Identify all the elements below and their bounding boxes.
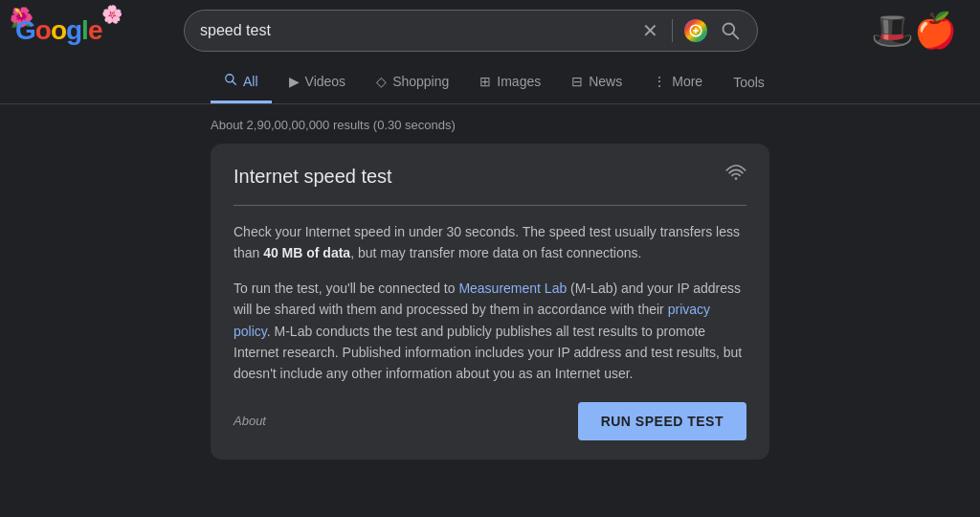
- tab-more[interactable]: ⋮ More: [639, 62, 716, 103]
- search-button[interactable]: [719, 19, 742, 42]
- google-lens-icon[interactable]: [684, 19, 707, 42]
- data-bold: 40 MB of data: [263, 245, 350, 260]
- doodle-hat-icon: 🎩🍎: [871, 11, 957, 51]
- card-note: To run the test, you'll be connected to …: [234, 278, 746, 385]
- header: 🌺 Google 🌸 speed test ✕: [0, 0, 980, 61]
- tab-news-label: News: [589, 74, 622, 89]
- results-count: About 2,90,00,00,000 results (0.30 secon…: [211, 118, 769, 132]
- tab-all[interactable]: All: [211, 61, 272, 103]
- tab-news[interactable]: ⊟ News: [558, 62, 635, 103]
- card-footer: About RUN SPEED TEST: [234, 402, 746, 440]
- tab-images[interactable]: ⊞ Images: [466, 62, 554, 103]
- search-input[interactable]: speed test: [200, 22, 633, 39]
- doodle-flower-right-icon: 🌸: [101, 4, 122, 25]
- clear-button[interactable]: ✕: [640, 17, 660, 44]
- header-right: 🎩🍎: [871, 11, 965, 51]
- run-speed-test-button[interactable]: RUN SPEED TEST: [578, 402, 746, 440]
- wifi-icon: [725, 163, 746, 190]
- tab-videos[interactable]: ▶ Videos: [276, 62, 360, 103]
- divider: [672, 19, 673, 42]
- nav-tabs: All ▶ Videos ◇ Shopping ⊞ Images ⊟ News …: [0, 61, 980, 104]
- tab-all-label: All: [243, 74, 258, 89]
- search-box[interactable]: speed test ✕: [184, 10, 758, 52]
- svg-line-2: [733, 34, 738, 38]
- images-tab-icon: ⊞: [479, 74, 491, 89]
- tab-shopping-label: Shopping: [392, 74, 449, 89]
- card-title: Internet speed test: [234, 166, 392, 188]
- about-text: About: [234, 414, 266, 428]
- news-tab-icon: ⊟: [571, 74, 583, 89]
- more-tab-icon: ⋮: [653, 74, 666, 89]
- card-body-text: Check your Internet speed in under 30 se…: [234, 221, 746, 264]
- tools-button[interactable]: Tools: [720, 63, 778, 101]
- search-icons: ✕: [640, 17, 742, 44]
- speed-test-card: Internet speed test Check your Internet …: [211, 144, 769, 460]
- svg-point-5: [735, 177, 738, 180]
- tab-videos-label: Videos: [305, 74, 346, 89]
- logo-area: 🌺 Google 🌸: [15, 15, 168, 46]
- tab-shopping[interactable]: ◇ Shopping: [363, 62, 462, 103]
- shopping-tab-icon: ◇: [376, 74, 387, 89]
- measurement-lab-link[interactable]: Measurement Lab: [458, 281, 567, 296]
- tab-images-label: Images: [497, 74, 541, 89]
- svg-line-4: [233, 81, 235, 84]
- results-area: About 2,90,00,00,000 results (0.30 secon…: [0, 104, 980, 467]
- card-header: Internet speed test: [234, 163, 746, 190]
- card-divider: [234, 205, 746, 206]
- video-tab-icon: ▶: [289, 74, 300, 89]
- google-logo: Google: [15, 15, 101, 45]
- search-tab-icon: [224, 73, 237, 89]
- tab-more-label: More: [672, 74, 702, 89]
